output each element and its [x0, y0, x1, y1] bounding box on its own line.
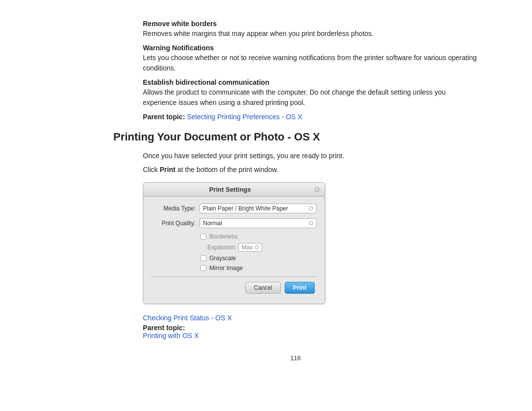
- expansion-select[interactable]: Max ⬡: [238, 243, 262, 252]
- footer-links: Checking Print Status - OS X Parent topi…: [113, 314, 478, 340]
- media-type-row: Media Type: Plain Paper / Bright White P…: [151, 204, 317, 213]
- body-line2: Click Print at the bottom of the print w…: [143, 164, 478, 175]
- borderless-label: Borderless: [209, 233, 237, 240]
- dialog-titlebar: Print Settings ⬡: [143, 183, 325, 197]
- parent-topic-intro: Parent topic: Selecting Printing Prefere…: [113, 113, 478, 121]
- print-quality-select[interactable]: Normal ⬡: [200, 218, 317, 228]
- item-block-remove-white-borders: Remove white borders Removes white margi…: [113, 20, 478, 39]
- media-type-arrow-icon: ⬡: [309, 206, 313, 211]
- media-type-label: Media Type:: [151, 205, 196, 212]
- item-block-warning-notifications: Warning Notifications Lets you choose wh…: [113, 44, 478, 73]
- dialog-dropdown-icon: ⬡: [315, 186, 320, 193]
- body-line2-bold: Print: [160, 166, 175, 173]
- media-type-select[interactable]: Plain Paper / Bright White Paper ⬡: [200, 204, 317, 213]
- borderless-section: Borderless Expansion: Max ⬡ Grayscale Mi…: [151, 233, 317, 272]
- expansion-label: Expansion:: [207, 244, 236, 251]
- borderless-row: Borderless: [200, 233, 317, 240]
- print-quality-row: Print Quality: Normal ⬡: [151, 218, 317, 228]
- expansion-arrow-icon: ⬡: [255, 244, 259, 250]
- footer-parent-topic: Parent topic: Printing with OS X: [143, 324, 478, 340]
- body-line1: Once you have selected your print settin…: [143, 150, 478, 161]
- grayscale-checkbox[interactable]: [200, 255, 206, 261]
- dialog-divider: [151, 276, 317, 277]
- print-settings-dialog: Print Settings ⬡ Media Type: Plain Paper…: [143, 182, 325, 304]
- footer-parent-label: Parent topic:: [143, 324, 185, 332]
- print-quality-label: Print Quality:: [151, 220, 196, 227]
- dialog-buttons: Cancel Print: [151, 282, 317, 296]
- item-desc-remove-white-borders: Removes white margins that may appear wh…: [143, 29, 478, 39]
- print-button[interactable]: Print: [285, 282, 315, 294]
- grayscale-row: Grayscale: [200, 255, 317, 262]
- mirror-checkbox[interactable]: [200, 265, 206, 271]
- item-block-bidirectional: Establish bidirectional communication Al…: [113, 78, 478, 108]
- body-line2-suffix: at the bottom of the print window.: [175, 166, 278, 173]
- footer-link1[interactable]: Checking Print Status - OS X: [143, 314, 478, 322]
- parent-topic-link[interactable]: Selecting Printing Preferences - OS X: [187, 113, 302, 121]
- section-body: Once you have selected your print settin…: [113, 150, 478, 175]
- footer-link2[interactable]: Printing with OS X: [143, 332, 478, 340]
- dialog-content: Media Type: Plain Paper / Bright White P…: [143, 197, 325, 304]
- item-title-remove-white-borders: Remove white borders: [143, 20, 478, 28]
- section-heading: Printing Your Document or Photo - OS X: [113, 131, 478, 143]
- expansion-value: Max: [241, 244, 253, 251]
- borderless-checkbox[interactable]: [200, 234, 206, 240]
- media-type-value: Plain Paper / Bright White Paper: [203, 205, 288, 212]
- page-container: Remove white borders Removes white margi…: [103, 0, 488, 411]
- item-desc-bidirectional: Allows the product to communicate with t…: [143, 87, 478, 108]
- print-quality-arrow-icon: ⬡: [309, 220, 313, 226]
- print-quality-value: Normal: [203, 220, 222, 227]
- expansion-row: Expansion: Max ⬡: [200, 243, 317, 252]
- parent-topic-label: Parent topic:: [143, 113, 185, 121]
- item-desc-warning-notifications: Lets you choose whether or not to receiv…: [143, 53, 478, 73]
- page-number: 116: [113, 354, 478, 362]
- mirror-row: Mirror Image: [200, 265, 317, 272]
- item-title-bidirectional: Establish bidirectional communication: [143, 78, 478, 86]
- body-line2-prefix: Click: [143, 166, 160, 173]
- item-title-warning-notifications: Warning Notifications: [143, 44, 478, 52]
- dialog-title: Print Settings: [148, 186, 312, 193]
- cancel-button[interactable]: Cancel: [245, 282, 280, 294]
- mirror-label: Mirror Image: [209, 265, 243, 272]
- grayscale-label: Grayscale: [209, 255, 236, 262]
